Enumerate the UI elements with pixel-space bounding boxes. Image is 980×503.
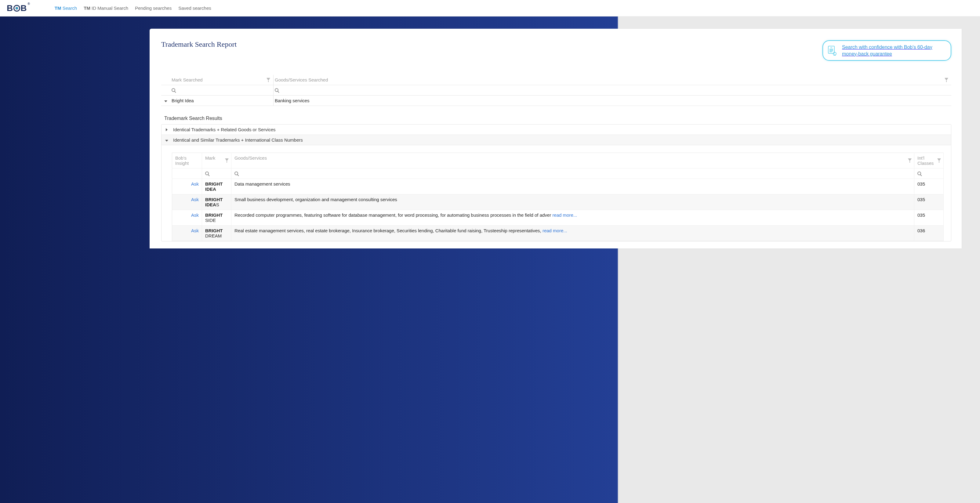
search-icon [205,171,209,175]
cell-mark: BRIGHT DREAM [202,225,231,241]
goods-services-searched-value: Banking services [274,95,951,106]
read-more-link[interactable]: read more... [552,213,577,217]
group-identical-similar-classes[interactable]: Identical and Similar Trademarks + Inter… [162,135,951,145]
cell-mark: BRIGHT IDEAS [202,194,231,210]
col-header-gs-label: Goods/Services [234,156,267,160]
nav-link-label: Search [61,5,77,11]
cell-intl-class: 035 [914,210,944,225]
filter-icon[interactable] [908,159,912,163]
logo-letter-b2: B [21,3,27,13]
nav-link-label: ID Manual Search [91,5,128,11]
chevron-right-icon [165,127,168,132]
guarantee-text: Search with confidence with Bob's 60-day… [842,44,943,57]
ask-link[interactable]: Ask [191,197,199,202]
ask-link[interactable]: Ask [191,213,199,217]
svg-text:60: 60 [830,47,832,49]
filter-input-classes[interactable] [914,168,944,179]
group-label: Identical and Similar Trademarks + Inter… [173,137,303,143]
logo-letter-b1: B [7,3,13,13]
filter-input-mark[interactable] [202,168,231,179]
ask-link[interactable]: Ask [191,228,199,233]
nav-link-label: Pending searches [135,5,172,11]
cell-goods-services: Real estate management services, real es… [231,225,914,241]
nav-link-tm: TM [84,5,91,11]
col-header-gs-label: Goods/Services Searched [275,77,328,83]
col-header-classes-label: Int'l Classes [917,156,934,166]
group-label: Identical Trademarks + Related Goods or … [173,127,276,132]
cell-goods-services: Recorded computer programmes, featuring … [231,210,914,225]
filter-icon[interactable] [945,78,948,82]
chevron-down-icon [165,137,168,143]
ask-link[interactable]: Ask [191,181,199,187]
cell-mark: BRIGHT SIDE [202,210,231,225]
col-header-insight-label: Bob's Insight [175,156,189,166]
search-params-table: Mark Searched Goods/Services Searched Br… [161,75,951,106]
cell-intl-class: 035 [914,194,944,210]
nav-link-2[interactable]: Pending searches [135,5,172,11]
col-header-mark-label: Mark [205,156,215,160]
cell-mark: BRIGHT IDEA [202,179,231,194]
logo-registered-mark: ® [27,2,30,5]
table-row: AskBRIGHT SIDERecorded computer programm… [172,210,944,225]
search-cell-mark[interactable] [170,85,274,95]
read-more-link[interactable]: read more... [542,228,567,233]
logo[interactable]: B B ® [7,3,30,13]
results-table: Bob's Insight Mark Goods/Services Int'l … [172,152,944,241]
col-header-gs[interactable]: Goods/Services [231,153,914,168]
table-row: AskBRIGHT DREAMReal estate management se… [172,225,944,241]
top-nav: B B ® TM SearchTM ID Manual SearchPendin… [0,0,980,16]
col-header-mark-searched-label: Mark Searched [172,77,203,83]
group-identical-related[interactable]: Identical Trademarks + Related Goods or … [162,125,951,135]
col-header-insight[interactable]: Bob's Insight [172,153,202,168]
filter-input-gs[interactable] [231,168,914,179]
report-card: Trademark Search Report 60 Search with c… [150,29,962,248]
search-icon [234,171,238,175]
mark-searched-value: Bright Idea [170,95,274,106]
results-table-wrap: Bob's Insight Mark Goods/Services Int'l … [162,145,951,241]
filter-icon[interactable] [937,159,941,163]
results-panel: Identical Trademarks + Related Goods or … [161,124,951,241]
col-header-mark[interactable]: Mark [202,153,231,168]
col-header-goods-services-searched[interactable]: Goods/Services Searched [274,75,951,85]
search-cell-gs[interactable] [274,85,951,95]
col-header-classes[interactable]: Int'l Classes [914,153,944,168]
filter-icon[interactable] [267,78,270,82]
col-header-mark-searched[interactable]: Mark Searched [170,75,274,85]
nav-link-3[interactable]: Saved searches [178,5,211,11]
cell-goods-services: Small business development, organization… [231,194,914,210]
table-row: AskBRIGHT IDEAData management services03… [172,179,944,194]
nav-link-0[interactable]: TM Search [55,5,77,11]
page-title: Trademark Search Report [161,40,237,49]
search-icon [917,171,921,175]
search-icon [172,88,175,92]
nav-link-label: Saved searches [178,5,211,11]
results-title: Trademark Search Results [164,116,951,121]
expand-row-button[interactable] [161,98,170,103]
guarantee-icon: 60 [827,46,837,56]
nav-link-tm: TM [55,5,61,11]
logo-eye-icon [13,5,20,12]
cell-intl-class: 036 [914,225,944,241]
nav-link-1[interactable]: TM ID Manual Search [84,5,128,11]
primary-nav: TM SearchTM ID Manual SearchPending sear… [55,5,211,11]
chevron-down-icon [164,98,167,103]
table-row: AskBRIGHT IDEASSmall business developmen… [172,194,944,210]
cell-intl-class: 035 [914,179,944,194]
guarantee-callout[interactable]: 60 Search with confidence with Bob's 60-… [822,40,951,61]
page-background: Trademark Search Report 60 Search with c… [0,16,980,503]
cell-goods-services: Data management services [231,179,914,194]
search-icon [275,88,278,92]
filter-icon[interactable] [225,159,229,163]
